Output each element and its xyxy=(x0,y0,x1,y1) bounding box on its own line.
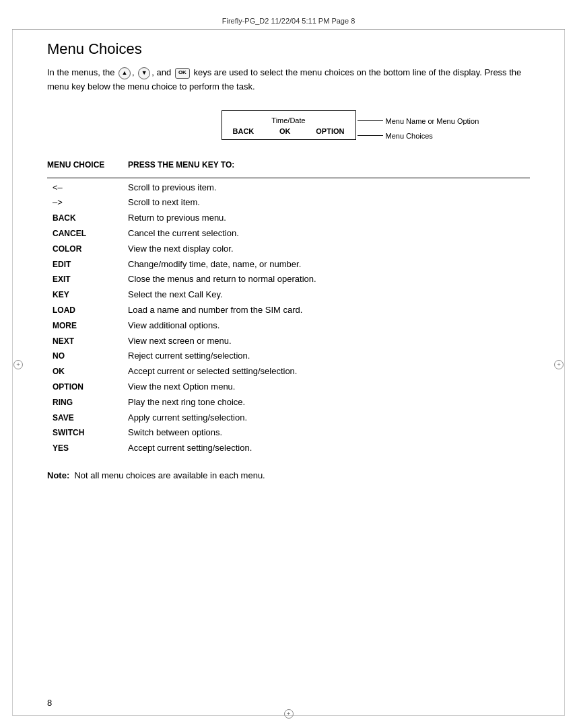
action-cell: Reject current setting/selection. xyxy=(128,349,530,363)
diagram-buttons: BACK OK OPTION xyxy=(233,127,345,135)
table-row: OPTIONView the next Option menu. xyxy=(47,380,530,394)
action-cell: Apply current setting/selection. xyxy=(128,411,530,425)
table-divider xyxy=(47,178,530,178)
table-row: NEXTView next screen or menu. xyxy=(47,334,530,349)
choice-cell: OK xyxy=(47,367,128,376)
header-bar: Firefly-PG_D2 11/22/04 5:11 PM Page 8 xyxy=(12,12,565,30)
diagram-label1: Menu Name or Menu Option xyxy=(386,117,479,125)
action-cell: Return to previous menu. xyxy=(128,211,530,225)
action-cell: Scroll to previous item. xyxy=(128,181,530,195)
table-rows-container: <–Scroll to previous item.–>Scroll to ne… xyxy=(47,181,530,456)
action-cell: View the next display color. xyxy=(128,242,530,256)
page-number: 8 xyxy=(47,698,52,708)
col-choice-header: MENU CHOICE xyxy=(47,160,128,170)
page-title: Menu Choices xyxy=(47,40,530,58)
choice-cell: YES xyxy=(47,443,128,453)
diagram-label2-container: Menu Choices xyxy=(358,132,433,140)
table-header-row: MENU CHOICE PRESS THE MENU KEY TO: xyxy=(47,160,530,172)
key-down-icon: ▼ xyxy=(138,67,150,79)
action-cell: Accept current setting/selection. xyxy=(128,441,530,456)
diagram-container: Time/Date BACK OK OPTION Menu Name or Me… xyxy=(47,110,530,140)
table-row: BACKReturn to previous menu. xyxy=(47,211,530,225)
diagram-wrapper: Time/Date BACK OK OPTION Menu Name or Me… xyxy=(222,110,356,140)
choice-cell: –> xyxy=(47,197,128,207)
choice-cell: EDIT xyxy=(47,260,128,269)
note-text: Not all menu choices are available in ea… xyxy=(74,470,265,480)
choice-cell: NO xyxy=(47,351,128,361)
table-row: YESAccept current setting/selection. xyxy=(47,441,530,456)
table-row: EDITChange/modify time, date, name, or n… xyxy=(47,258,530,272)
choice-cell: BACK xyxy=(47,213,128,223)
choice-cell: MORE xyxy=(47,321,128,330)
action-cell: Cancel the current selection. xyxy=(128,227,530,241)
choice-cell: <– xyxy=(47,182,128,192)
intro-and: and xyxy=(157,67,172,77)
diagram-back: BACK xyxy=(233,127,254,135)
header-text: Firefly-PG_D2 11/22/04 5:11 PM Page 8 xyxy=(222,17,355,25)
diagram-option: OPTION xyxy=(316,127,344,135)
choice-cell: NEXT xyxy=(47,336,128,346)
table-row: CANCELCancel the current selection. xyxy=(47,227,530,241)
key-up-icon: ▲ xyxy=(118,67,131,79)
choice-cell: LOAD xyxy=(47,305,128,315)
diagram-ok: OK xyxy=(279,127,291,135)
table-row: NOReject current setting/selection. xyxy=(47,349,530,363)
action-cell: Close the menus and return to normal ope… xyxy=(128,272,530,287)
col-action-header: PRESS THE MENU KEY TO: xyxy=(128,160,530,170)
table-row: –>Scroll to next item. xyxy=(47,196,530,210)
intro-paragraph: In the menus, the ▲, ▼, and OK keys are … xyxy=(47,66,530,94)
table-row: SAVEApply current setting/selection. xyxy=(47,411,530,425)
diagram-line1 xyxy=(358,120,383,121)
table-row: COLORView the next display color. xyxy=(47,242,530,256)
action-cell: View next screen or menu. xyxy=(128,334,530,349)
choice-cell: OPTION xyxy=(47,382,128,392)
choice-cell: EXIT xyxy=(47,275,128,284)
note-paragraph: Note: Not all menu choices are available… xyxy=(47,469,530,483)
table-row: SWITCHSwitch between options. xyxy=(47,426,530,440)
action-cell: Accept current or selected setting/selec… xyxy=(128,365,530,379)
menu-table: MENU CHOICE PRESS THE MENU KEY TO: <–Scr… xyxy=(47,160,530,456)
choice-cell: CANCEL xyxy=(47,229,128,238)
diagram-line2 xyxy=(358,135,383,136)
action-cell: Change/modify time, date, name, or numbe… xyxy=(128,258,530,272)
table-row: RINGPlay the next ring tone choice. xyxy=(47,396,530,410)
action-cell: View the next Option menu. xyxy=(128,380,530,394)
table-row: OKAccept current or selected setting/sel… xyxy=(47,365,530,379)
action-cell: Scroll to next item. xyxy=(128,196,530,210)
table-row: LOADLoad a name and number from the SIM … xyxy=(47,303,530,318)
content-area: Menu Choices In the menus, the ▲, ▼, and… xyxy=(47,40,530,688)
intro-part1: In the menus, the xyxy=(47,67,114,77)
action-cell: Switch between options. xyxy=(128,426,530,440)
table-row: <–Scroll to previous item. xyxy=(47,181,530,195)
action-cell: Play the next ring tone choice. xyxy=(128,396,530,410)
key-ok-icon: OK xyxy=(175,68,190,79)
table-row: EXITClose the menus and return to normal… xyxy=(47,272,530,287)
action-cell: View additional options. xyxy=(128,319,530,333)
diagram-time: Time/Date xyxy=(233,116,345,124)
diagram-box: Time/Date BACK OK OPTION xyxy=(222,110,356,140)
side-reg-left xyxy=(12,359,24,369)
choice-cell: SAVE xyxy=(47,413,128,423)
choice-cell: KEY xyxy=(47,290,128,299)
action-cell: Select the next Call Key. xyxy=(128,288,530,302)
choice-cell: SWITCH xyxy=(47,428,128,437)
choice-cell: COLOR xyxy=(47,244,128,254)
action-cell: Load a name and number from the SIM card… xyxy=(128,303,530,318)
note-label: Note: xyxy=(47,470,69,480)
side-reg-right xyxy=(553,359,565,369)
table-row: MOREView additional options. xyxy=(47,319,530,333)
bottom-reg-center xyxy=(283,708,295,719)
diagram-label1-container: Menu Name or Menu Option xyxy=(358,117,479,125)
diagram-label2: Menu Choices xyxy=(386,132,433,140)
table-row: KEYSelect the next Call Key. xyxy=(47,288,530,302)
choice-cell: RING xyxy=(47,398,128,407)
